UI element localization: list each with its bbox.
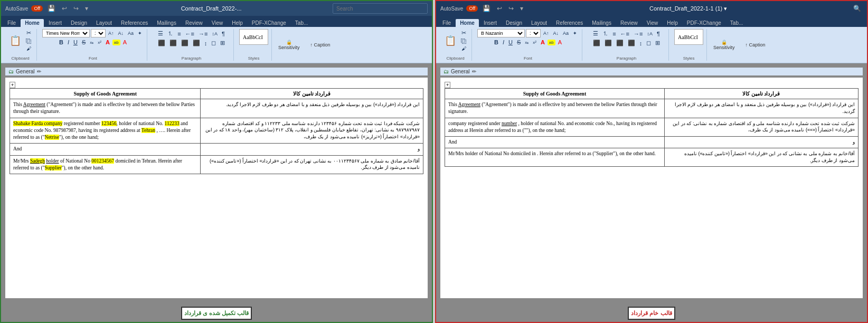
right-aligncenter-btn[interactable]: ⬛ xyxy=(603,39,614,47)
right-search-icon[interactable]: 🔍 xyxy=(852,5,863,13)
right-italic-btn[interactable]: I xyxy=(501,39,506,46)
right-font-selector[interactable]: B Nazanin xyxy=(477,29,525,37)
right-shading-btn[interactable]: ◻ xyxy=(645,39,653,47)
right-borders-btn[interactable]: ⊞ xyxy=(654,39,662,47)
right-alignleft-btn[interactable]: ⬛ xyxy=(591,39,602,47)
left-borders-btn[interactable]: ⊞ xyxy=(219,39,227,47)
right-sensitivity-area[interactable]: 🔒 Sensitivity xyxy=(709,40,739,50)
left-fontcolor-btn[interactable]: A xyxy=(104,39,111,46)
left-changecase-btn[interactable]: Aa xyxy=(126,30,135,36)
left-italic-btn[interactable]: I xyxy=(66,39,71,46)
right-decrease-font-btn[interactable]: A↓ xyxy=(552,30,561,36)
right-format-painter-btn[interactable]: 🖌 xyxy=(459,45,468,52)
right-cut-btn[interactable]: ✂ xyxy=(459,29,468,37)
right-bullets-btn[interactable]: ☰ xyxy=(591,30,600,37)
right-strikethrough-btn[interactable]: S xyxy=(515,39,522,46)
left-fontcolor2-btn[interactable]: A xyxy=(121,39,128,46)
right-indent-increase-btn[interactable]: →≡ xyxy=(632,30,644,37)
right-tab-insert[interactable]: Insert xyxy=(479,19,501,27)
undo-icon-right[interactable]: ↩ xyxy=(495,5,504,13)
right-tab-view[interactable]: View xyxy=(643,19,663,27)
right-tab-layout[interactable]: Layout xyxy=(527,19,551,27)
right-clearformat-btn[interactable]: ✦ xyxy=(571,30,579,36)
left-format-painter-btn[interactable]: 🖌 xyxy=(24,45,33,52)
left-general-edit-icon[interactable]: ✏ xyxy=(37,69,41,74)
left-bullets-btn[interactable]: ☰ xyxy=(156,30,165,37)
right-tab-file[interactable]: File xyxy=(438,19,455,27)
left-tab-review[interactable]: Review xyxy=(181,19,207,27)
right-copy-btn[interactable]: ⿻ xyxy=(459,37,468,45)
left-cut-btn[interactable]: ✂ xyxy=(24,29,33,37)
undo-icon-left[interactable]: ↩ xyxy=(60,5,69,13)
left-search-input[interactable] xyxy=(333,3,428,14)
customize-icon-right[interactable]: ▾ xyxy=(518,5,525,13)
right-increase-font-btn[interactable]: A↑ xyxy=(542,30,551,36)
right-multilevel-btn[interactable]: ≡ xyxy=(611,30,617,37)
left-clearformat-btn[interactable]: ✦ xyxy=(136,30,144,36)
redo-icon-right[interactable]: ↪ xyxy=(507,5,515,13)
left-multilevel-btn[interactable]: ≡ xyxy=(176,30,182,37)
save-icon-right[interactable]: 💾 xyxy=(481,5,492,13)
left-indent-decrease-btn[interactable]: ←≡ xyxy=(184,30,196,37)
right-highlight-btn[interactable]: ab xyxy=(548,40,555,45)
right-superscript-btn[interactable]: x² xyxy=(531,40,538,45)
left-add-btn[interactable]: + xyxy=(10,82,15,88)
autosave-toggle-left[interactable]: Off xyxy=(31,5,43,12)
right-tab-home[interactable]: Home xyxy=(456,19,479,27)
right-bold-btn[interactable]: B xyxy=(493,39,500,46)
save-icon-left[interactable]: 💾 xyxy=(46,5,57,13)
left-sort-btn[interactable]: ↕A xyxy=(210,31,219,37)
left-aligncenter-btn[interactable]: ⬛ xyxy=(168,39,178,47)
right-showpara-btn[interactable]: ¶ xyxy=(655,30,662,37)
left-superscript-btn[interactable]: x² xyxy=(96,40,103,45)
left-alignleft-btn[interactable]: ⬛ xyxy=(156,39,167,47)
left-bold-btn[interactable]: B xyxy=(58,39,65,46)
left-tab-references[interactable]: References xyxy=(117,19,152,27)
right-justify-btn[interactable]: ⬛ xyxy=(626,39,637,47)
right-tab-review[interactable]: Review xyxy=(616,19,642,27)
right-tab-pdfxchange[interactable]: PDF-XChange xyxy=(683,19,725,27)
left-strikethrough-btn[interactable]: S xyxy=(80,39,87,46)
left-tab-pdfxchange[interactable]: PDF-XChange xyxy=(248,19,290,27)
redo-icon-left[interactable]: ↪ xyxy=(72,5,80,13)
right-numbering-btn[interactable]: ⒈ xyxy=(601,29,610,38)
right-tab-help[interactable]: Help xyxy=(663,19,682,27)
left-paste-btn[interactable]: 📋 xyxy=(7,34,23,48)
left-shading-btn[interactable]: ◻ xyxy=(210,39,218,47)
left-tab-home[interactable]: Home xyxy=(21,19,44,27)
left-tab-mailings[interactable]: Mailings xyxy=(153,19,181,27)
right-tab-more[interactable]: Tab... xyxy=(726,19,747,27)
left-font-selector[interactable]: Times New Rom xyxy=(42,29,90,37)
left-tab-file[interactable]: File xyxy=(3,19,20,27)
left-indent-increase-btn[interactable]: →≡ xyxy=(197,30,209,37)
right-sort-btn[interactable]: ↕A xyxy=(645,31,654,37)
right-indent-decrease-btn[interactable]: ←≡ xyxy=(619,30,631,37)
left-font-size-selector[interactable]: 12 xyxy=(91,29,106,37)
left-showpara-btn[interactable]: ¶ xyxy=(220,30,227,37)
left-alignright-btn[interactable]: ⬛ xyxy=(180,39,190,47)
right-add-btn[interactable]: + xyxy=(445,82,450,88)
autosave-toggle-right[interactable]: Off xyxy=(466,5,478,12)
left-underline-btn[interactable]: U xyxy=(72,39,79,46)
left-copy-btn[interactable]: ⿻ xyxy=(24,37,33,45)
left-tab-layout[interactable]: Layout xyxy=(92,19,116,27)
right-caption-area[interactable]: ↑ Caption xyxy=(741,42,770,48)
left-tab-help[interactable]: Help xyxy=(228,19,247,27)
right-alignright-btn[interactable]: ⬛ xyxy=(615,39,625,47)
left-subscript-btn[interactable]: x₂ xyxy=(88,40,95,45)
right-changecase-btn[interactable]: Aa xyxy=(561,30,570,36)
left-tab-insert[interactable]: Insert xyxy=(44,19,66,27)
right-style-preview[interactable]: AaBbCcI xyxy=(674,29,703,45)
right-tab-references[interactable]: References xyxy=(552,19,587,27)
customize-icon-left[interactable]: ▾ xyxy=(83,5,90,13)
left-style-preview[interactable]: AaBbCcI xyxy=(239,29,268,45)
left-increase-font-btn[interactable]: A↑ xyxy=(107,30,116,36)
right-tab-design[interactable]: Design xyxy=(502,19,526,27)
right-underline-btn[interactable]: U xyxy=(507,39,514,46)
right-fontcolor2-btn[interactable]: A xyxy=(556,39,563,46)
right-linespacing-btn[interactable]: ↕ xyxy=(638,40,644,47)
left-justify-btn[interactable]: ⬛ xyxy=(191,39,202,47)
right-font-size-selector[interactable]: 12 xyxy=(526,29,541,37)
right-subscript-btn[interactable]: x₂ xyxy=(523,40,530,45)
left-highlight-btn[interactable]: ab xyxy=(112,40,120,45)
